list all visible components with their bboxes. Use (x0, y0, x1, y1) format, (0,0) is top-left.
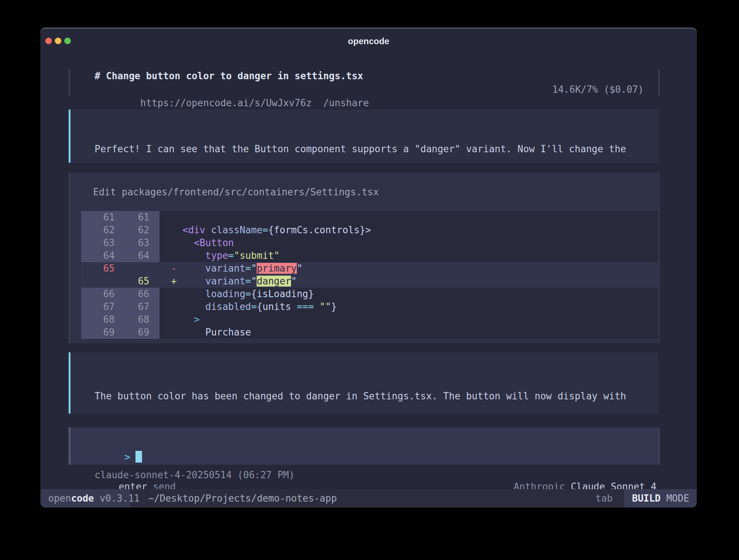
diff-line-numbers: 6161 (81, 211, 160, 224)
diff-line-numbers: 6767 (81, 300, 160, 313)
diff-row: 65 - variant="primary" (70, 262, 658, 275)
diff-line-numbers: 6363 (81, 237, 160, 249)
app-version: v0.3.11 (100, 493, 140, 504)
mode-label: MODE (666, 493, 689, 504)
diff-line-numbers: 6464 (81, 249, 160, 262)
diff-row: 6767 disabled={units === ""} (70, 300, 658, 313)
diff-code-line: loading={isLoading} (160, 288, 658, 300)
session-share-url[interactable]: https://opencode.ai/s/UwJxv76z (140, 97, 312, 108)
diff-code-line: disabled={units === ""} (160, 300, 658, 313)
diff-line-numbers: 65 (81, 275, 160, 288)
titlebar: opencode (41, 28, 697, 54)
app-version-badge: opencode v0.3.11 (41, 489, 130, 507)
mode-badge: BUILD MODE (624, 489, 697, 507)
prompt-input[interactable]: > (69, 427, 660, 465)
token-cost-stats: 14.6K/7% ($0.07) (552, 83, 644, 96)
text-cursor (135, 451, 142, 463)
edit-file-header: Edit packages/frontend/src/containers/Se… (70, 172, 658, 199)
diff-row: 65 + variant="danger" (70, 275, 658, 288)
diff-line-numbers: 6666 (81, 288, 160, 300)
assistant-message: Perfect! I can see that the Button compo… (69, 110, 658, 163)
input-hint-row: enter send Anthropic Claude Sonnet 4 (84, 467, 656, 480)
tab-key-hint[interactable]: tab (596, 489, 613, 507)
opencode-window: opencode # Change button color to danger… (41, 28, 697, 507)
diff-row: 6969 Purchase (70, 326, 658, 339)
diff-row: 6868 > (70, 313, 658, 326)
assistant-message: The button color has been changed to dan… (69, 352, 658, 414)
session-header: # Change button color to danger in setti… (69, 69, 660, 96)
unshare-command[interactable]: /unshare (323, 97, 369, 108)
status-bar: opencode v0.3.11 ~/Desktop/Projects/demo… (41, 489, 697, 507)
diff-view: 61616262 <div className={formCs.controls… (70, 211, 658, 339)
diff-row: 6161 (70, 211, 658, 224)
diff-code-line: <div className={formCs.controls}> (160, 224, 658, 237)
screen: opencode # Change button color to danger… (0, 0, 739, 560)
window-title: opencode (41, 28, 697, 54)
diff-code-line: + variant="danger" (160, 275, 658, 288)
message-line: The button color has been changed to dan… (70, 390, 658, 403)
diff-code-line: > (160, 313, 658, 326)
diff-row: 6363 <Button (70, 237, 658, 249)
diff-code-line: - variant="primary" (160, 262, 658, 275)
diff-code-line: type="submit" (160, 249, 658, 262)
edit-tool-panel: Edit packages/frontend/src/containers/Se… (69, 172, 660, 343)
diff-row: 6262 <div className={formCs.controls}> (70, 224, 658, 237)
workspace-path: ~/Desktop/Projects/demo-notes-app (148, 489, 337, 507)
diff-code-line: Purchase (160, 326, 658, 339)
diff-line-numbers: 6969 (81, 326, 160, 339)
mode-name: BUILD (632, 493, 660, 504)
message-line: Perfect! I can see that the Button compo… (70, 142, 658, 156)
diff-line-numbers: 6262 (81, 224, 160, 237)
diff-code-line: <Button (160, 237, 658, 249)
diff-code-line (160, 211, 658, 224)
diff-row: 6666 loading={isLoading} (70, 288, 658, 300)
prompt-symbol: > (125, 452, 130, 463)
diff-line-numbers: 6868 (81, 313, 160, 326)
session-title: # Change button color to danger in setti… (70, 69, 658, 83)
diff-line-numbers: 65 (81, 262, 160, 275)
diff-row: 6464 type="submit" (70, 249, 658, 262)
app-name-bold: code (71, 493, 94, 504)
